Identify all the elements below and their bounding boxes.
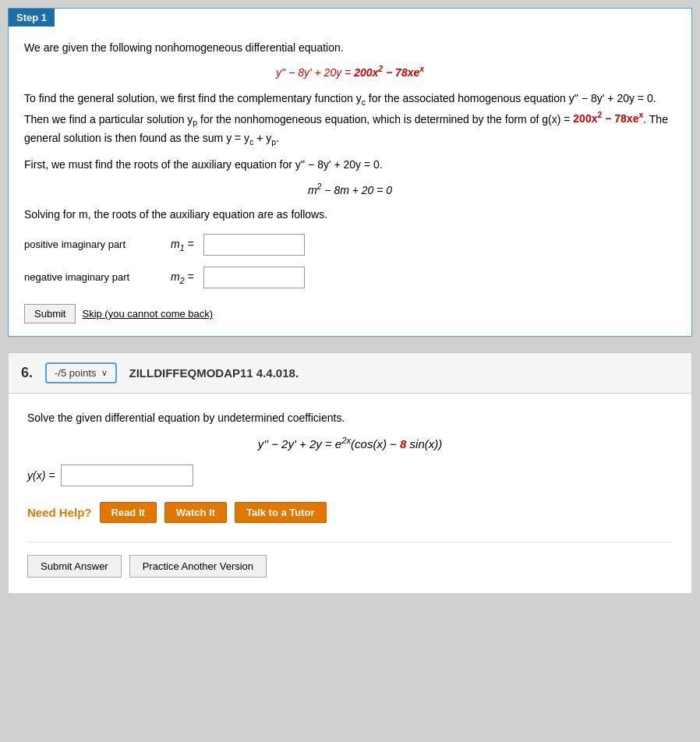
read-it-button[interactable]: Read It: [100, 502, 157, 523]
q6-eq-text: y'' − 2y' + 2y = e2x(cos(x) − 8 sin(x)): [258, 437, 442, 450]
question6-body: Solve the given differential equation by…: [9, 394, 691, 593]
m1-input[interactable]: [203, 234, 305, 256]
m1-row: positive imaginary part m1 =: [24, 234, 676, 256]
question6-card: 6. -/5 points ∨ ZILLDIFFEQMODAP11 4.4.01…: [8, 352, 692, 594]
q6-equation: y'' − 2y' + 2y = e2x(cos(x) − 8 sin(x)): [27, 436, 673, 450]
auxiliary-equation: m2 − 8m + 20 = 0: [24, 182, 676, 196]
main-eq-text: y'' − 8y' + 20y = 200x2 − 78xex: [276, 66, 424, 79]
question-number: 6.: [21, 365, 33, 381]
m2-row: negative imaginary part m2 =: [24, 267, 676, 288]
step1-label: Step 1: [16, 12, 47, 23]
points-text: -/5 points: [55, 367, 96, 379]
step1-submit-button[interactable]: Submit: [24, 304, 76, 323]
yx-label: y(x) =: [27, 469, 55, 482]
step1-skip-button[interactable]: Skip (you cannot come back): [82, 304, 213, 323]
need-help-row: Need Help? Read It Watch It Talk to a Tu…: [27, 502, 673, 523]
aux-eq-text: m2 − 8m + 20 = 0: [308, 184, 392, 196]
step1-header: Step 1: [9, 9, 55, 26]
pos-imaginary-label: positive imaginary part: [24, 238, 164, 250]
watch-it-button[interactable]: Watch It: [164, 502, 227, 523]
solving-text: Solving for m, the roots of the auxiliar…: [24, 206, 676, 223]
m1-var-label: m1 =: [171, 238, 194, 253]
yx-input[interactable]: [61, 465, 193, 486]
submit-answer-button[interactable]: Submit Answer: [27, 555, 122, 578]
first-step-text: First, we must find the roots of the aux…: [24, 156, 676, 173]
step1-intro: We are given the following nonhomogeneou…: [24, 39, 676, 56]
m2-var-label: m2 =: [171, 270, 194, 285]
step1-content: We are given the following nonhomogeneou…: [9, 26, 691, 336]
main-container: Step 1 We are given the following nonhom…: [8, 8, 692, 594]
step1-card: Step 1 We are given the following nonhom…: [8, 8, 692, 337]
question6-prompt: Solve the given differential equation by…: [27, 409, 673, 426]
m2-input[interactable]: [203, 267, 305, 288]
need-help-label: Need Help?: [27, 506, 92, 519]
practice-another-button[interactable]: Practice Another Version: [129, 555, 267, 578]
question-id: ZILLDIFFEQMODAP11 4.4.018.: [129, 366, 299, 380]
explanation-paragraph: To find the general solution, we first f…: [24, 90, 676, 148]
bottom-button-row: Submit Answer Practice Another Version: [27, 542, 673, 578]
neg-imaginary-label: negative imaginary part: [24, 271, 164, 283]
points-badge[interactable]: -/5 points ∨: [45, 362, 116, 383]
main-equation: y'' − 8y' + 20y = 200x2 − 78xex: [24, 64, 676, 79]
chevron-down-icon: ∨: [101, 368, 108, 378]
step1-buttons: Submit Skip (you cannot come back): [24, 304, 676, 323]
question6-header: 6. -/5 points ∨ ZILLDIFFEQMODAP11 4.4.01…: [9, 353, 691, 394]
talk-to-tutor-button[interactable]: Talk to a Tutor: [235, 502, 327, 523]
yx-input-row: y(x) =: [27, 465, 673, 486]
